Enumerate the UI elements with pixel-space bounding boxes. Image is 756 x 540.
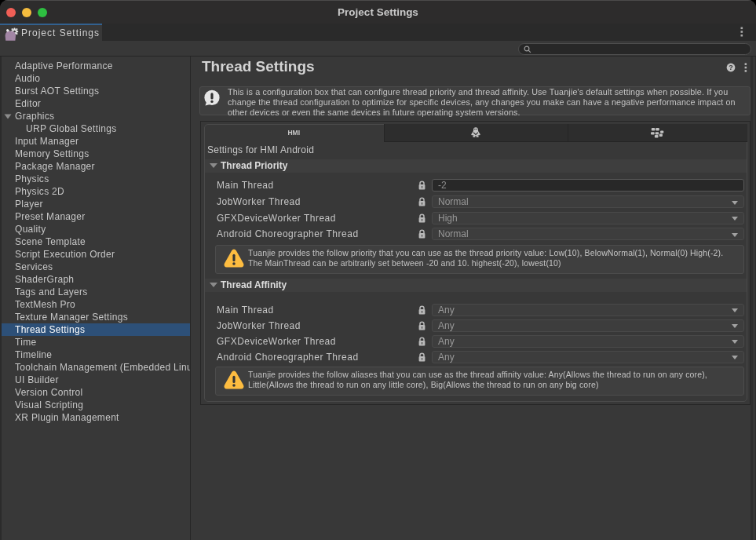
svg-text:?: ?: [729, 64, 733, 71]
